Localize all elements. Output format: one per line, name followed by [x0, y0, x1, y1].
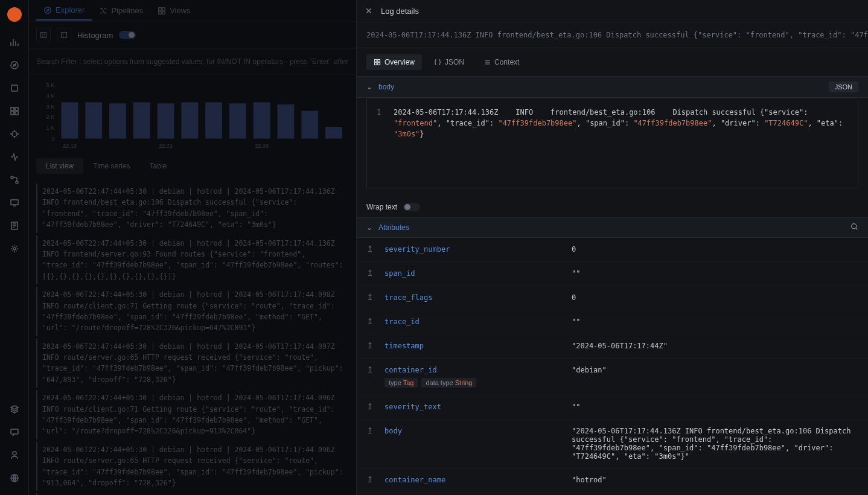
svg-rect-28 [62, 102, 78, 138]
log-row[interactable]: 2024-05-06T22:47:44+05:30 | debian | hot… [36, 287, 349, 336]
attribute-row[interactable]: body"2024-05-06T17:17:44.136Z INFO front… [357, 420, 868, 468]
pin-icon[interactable] [366, 476, 375, 485]
pin-icon[interactable] [366, 342, 375, 351]
save-icon[interactable] [36, 28, 51, 42]
attribute-tag: type Tag [385, 378, 418, 388]
svg-text:3 K: 3 K [46, 104, 55, 110]
attribute-row[interactable]: severity_text"" [357, 395, 868, 420]
search-input[interactable] [36, 54, 349, 69]
histogram-toggle[interactable] [119, 31, 136, 39]
grid-icon[interactable] [8, 105, 21, 117]
bug-icon[interactable] [8, 128, 21, 140]
svg-rect-35 [229, 103, 246, 138]
compass-icon[interactable] [8, 59, 21, 71]
attribute-row[interactable]: span_id"" [357, 262, 868, 286]
svg-rect-33 [181, 102, 198, 138]
log-row[interactable]: 2024-05-06T22:47:44+05:30 | debian | hot… [36, 235, 349, 285]
attributes-section-header: ⌄ Attributes [357, 217, 868, 238]
attribute-row[interactable]: trace_flags0 [357, 286, 868, 310]
log-line-preview: 2024-05-06T17:17:44.136Z INFO frontend/b… [357, 22, 868, 48]
pin-icon[interactable] [366, 269, 375, 278]
body-text: 2024-05-06T17:17:44.136Z INFO frontend/b… [394, 107, 848, 139]
svg-rect-5 [15, 112, 18, 115]
svg-rect-21 [62, 33, 67, 38]
svg-rect-46 [378, 63, 380, 65]
tab-label: Context [494, 58, 519, 66]
svg-point-8 [16, 181, 18, 184]
drawer-tab-json[interactable]: JSON [427, 54, 471, 70]
log-row[interactable]: 2024-05-06T22:47:44+05:30 | debian | hot… [36, 184, 349, 233]
view-tab-table[interactable]: Table [140, 158, 177, 174]
svg-point-7 [11, 176, 13, 179]
pin-icon[interactable] [366, 366, 375, 375]
nav-tabs: Explorer Pipelines Views [29, 0, 356, 22]
app-logo[interactable] [7, 7, 22, 22]
pin-icon[interactable] [366, 293, 375, 302]
svg-rect-31 [133, 102, 150, 138]
svg-point-13 [13, 452, 16, 455]
globe-icon[interactable] [8, 472, 21, 484]
attribute-row[interactable]: severity_number0 [357, 238, 868, 262]
panel-icon[interactable] [57, 28, 71, 42]
monitor-icon[interactable] [8, 197, 21, 209]
attribute-row[interactable]: trace_id"" [357, 310, 868, 334]
message-icon[interactable] [8, 426, 21, 438]
chevron-down-icon[interactable]: ⌄ [366, 223, 372, 232]
bar-chart-icon[interactable] [8, 36, 21, 48]
view-tab-list[interactable]: List view [36, 158, 83, 174]
line-number: 1 [377, 107, 383, 139]
view-tab-timeseries[interactable]: Time series [83, 158, 140, 174]
attribute-row[interactable]: container_name"hotrod" [357, 468, 868, 493]
attribute-row[interactable]: timestamp"2024-05-06T17:17:44Z" [357, 334, 868, 359]
svg-rect-37 [278, 104, 295, 139]
attribute-row[interactable]: container_idtype Tagdata type String"deb… [357, 359, 868, 395]
attribute-key: timestamp [385, 342, 572, 350]
user-icon[interactable] [8, 449, 21, 461]
tab-pipelines[interactable]: Pipelines [92, 1, 150, 20]
svg-point-15 [45, 7, 51, 13]
tab-label: Views [170, 6, 190, 15]
attribute-key: container_id [385, 366, 572, 374]
json-button[interactable]: JSON [829, 81, 858, 92]
view-tabs: List view Time series Table [29, 153, 356, 179]
histogram-chart: 01 K2 K3 K4 K5 K22:1822:2222:26 [29, 75, 356, 153]
grid-icon [374, 59, 381, 66]
gear-icon[interactable] [8, 243, 21, 255]
activity-icon[interactable] [8, 151, 21, 163]
svg-rect-1 [11, 85, 18, 91]
close-icon[interactable]: ✕ [365, 6, 372, 16]
toolbar: Histogram [29, 22, 356, 49]
stack-icon[interactable] [8, 403, 21, 415]
log-row[interactable]: 2024-05-06T22:47:44+05:30 | debian | hot… [36, 442, 349, 491]
pin-icon[interactable] [366, 403, 375, 412]
attribute-value: 0 [572, 293, 858, 302]
logs-list[interactable]: 2024-05-06T22:47:44+05:30 | debian | hot… [29, 179, 356, 495]
svg-rect-20 [41, 33, 46, 38]
drawer-title: Log details [381, 7, 419, 16]
chevron-down-icon[interactable]: ⌄ [366, 83, 372, 91]
attribute-key: span_id [385, 269, 572, 278]
drawer-tab-context[interactable]: Context [476, 54, 526, 70]
pin-icon[interactable] [366, 318, 375, 327]
file-icon[interactable] [8, 220, 21, 232]
svg-text:22:22: 22:22 [159, 143, 173, 149]
wrap-text-toggle[interactable] [403, 203, 420, 211]
section-title: Attributes [378, 223, 409, 232]
log-row[interactable]: 2024-05-06T22:47:44+05:30 | debian | hot… [36, 390, 349, 439]
svg-rect-36 [254, 102, 270, 138]
pin-icon[interactable] [366, 245, 375, 254]
tab-explorer[interactable]: Explorer [36, 1, 92, 21]
route-icon[interactable] [8, 174, 21, 186]
attribute-key: trace_flags [385, 293, 572, 302]
attribute-value: "" [572, 318, 858, 326]
log-row[interactable]: 2024-05-06T22:47:44+05:30 | debian | hot… [36, 339, 349, 388]
grid-icon [158, 7, 166, 15]
tab-views[interactable]: Views [150, 1, 197, 20]
layers-icon[interactable] [8, 82, 21, 94]
drawer-tab-overview[interactable]: Overview [366, 54, 422, 70]
search-icon[interactable] [850, 223, 858, 232]
svg-text:22:26: 22:26 [255, 143, 269, 149]
pin-icon[interactable] [366, 427, 375, 436]
attribute-value: "" [572, 403, 858, 411]
svg-rect-29 [85, 102, 102, 138]
